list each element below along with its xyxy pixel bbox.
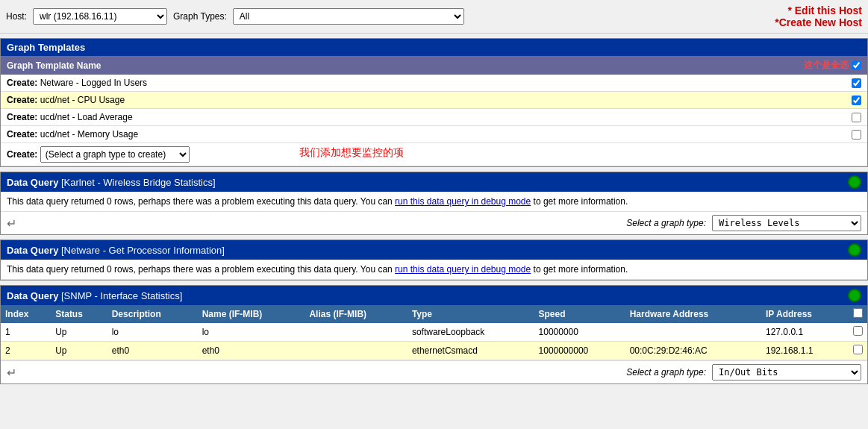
gt-row-4-checkbox[interactable] [852, 130, 861, 140]
gt-row-2: Create: ucd/net - CPU Usage [1, 92, 867, 109]
gt-row-2-label: Create: ucd/net - CPU Usage [7, 95, 125, 105]
col-speed: Speed [534, 305, 625, 323]
chinese-note-add: 我们添加想要监控的项 [299, 146, 404, 160]
col-type: Type [408, 305, 534, 323]
snmp-row-2-hardware: 00:0C:29:D2:46:AC [625, 342, 761, 360]
gt-row-2-checkbox[interactable] [852, 95, 861, 105]
snmp-row-2-name: eth0 [198, 342, 305, 360]
graph-templates-section: Graph Templates Graph Template Name 这个是全… [0, 38, 868, 167]
gt-row-1: Create: Netware - Logged In Users [1, 75, 867, 92]
col-description: Description [107, 305, 198, 323]
host-select[interactable]: wlr (192.168.16.11) [33, 8, 167, 25]
snmp-row-1-desc: lo [107, 323, 198, 342]
edit-host-link[interactable]: * Edit this Host [787, 4, 862, 16]
host-controls: Host: wlr (192.168.16.11) Graph Types: A… [6, 8, 464, 25]
graph-types-label: Graph Types: [173, 11, 227, 22]
snmp-arrow-icon: ↵ [7, 366, 16, 380]
col-check [849, 305, 867, 323]
dq2-query-name: [Netware - Get Processor Information] [61, 245, 225, 256]
gt-row-4-prefix: Create: [7, 129, 37, 140]
gt-row-3-label: Create: ucd/net - Load Average [7, 112, 133, 122]
snmp-table: Index Status Description Name (IF-MIB) A… [1, 305, 867, 360]
gt-row-3-checkbox[interactable] [852, 113, 861, 122]
gt-row-1-checkbox[interactable] [852, 78, 861, 88]
snmp-row-1-ip: 127.0.0.1 [761, 323, 849, 342]
snmp-row-2: 2 Up eth0 eth0 ethernetCsmacd 1000000000… [1, 342, 867, 360]
dq1-graph-type-select[interactable]: Wireless Levels Tireless Levels [712, 215, 861, 231]
dq3-title-text: Data Query [7, 290, 58, 301]
gt-create-prefix: Create: [7, 149, 37, 160]
graph-type-select[interactable]: All [233, 8, 464, 25]
dq3-title: Data Query [SNMP - Interface Statistics] [7, 290, 182, 301]
dq2-message-suffix: to get more information. [534, 264, 628, 275]
dq1-message-text: This data query returned 0 rows, perhaps… [7, 196, 393, 207]
gt-create-select[interactable]: (Select a graph type to create) [40, 146, 190, 163]
snmp-row-2-speed: 1000000000 [534, 342, 625, 360]
dq3-status-circle [848, 289, 861, 302]
dq1-title: Data Query [Karlnet - Wireless Bridge St… [7, 177, 216, 188]
snmp-row-1-status: Up [51, 323, 107, 342]
gt-row-3-name: ucd/net - Load Average [40, 112, 133, 122]
gt-row-1-label: Create: Netware - Logged In Users [7, 78, 147, 88]
dq1-title-text: Data Query [7, 177, 58, 188]
data-query-3-section: Data Query [SNMP - Interface Statistics]… [0, 285, 868, 384]
dq2-title: Data Query [Netware - Get Processor Info… [7, 245, 225, 256]
dq1-query-name: [Karlnet - Wireless Bridge Statistics] [61, 177, 216, 188]
snmp-row-1-check [849, 323, 867, 342]
snmp-select-all[interactable] [853, 308, 863, 318]
snmp-row-2-alias [305, 342, 408, 360]
dq1-footer: ↵ Select a graph type: Wireless Levels T… [1, 212, 867, 234]
snmp-row-1-checkbox[interactable] [853, 326, 863, 336]
dq2-status-circle [848, 243, 861, 257]
dq1-header: Data Query [Karlnet - Wireless Bridge St… [1, 172, 867, 192]
dq2-message-text: This data query returned 0 rows, perhaps… [7, 264, 393, 275]
host-label: Host: [6, 11, 27, 22]
snmp-table-header-row: Index Status Description Name (IF-MIB) A… [1, 305, 867, 323]
snmp-row-2-checkbox[interactable] [853, 345, 863, 354]
snmp-row-2-desc: eth0 [107, 342, 198, 360]
select-all-area: 这个是全选 [804, 59, 861, 72]
gt-row-4-label: Create: ucd/net - Memory Usage [7, 129, 138, 140]
snmp-row-1-hardware [625, 323, 761, 342]
col-status: Status [51, 305, 107, 323]
gt-row-1-name: Netware - Logged In Users [40, 78, 147, 88]
snmp-row-1-index: 1 [1, 323, 51, 342]
col-alias: Alias (IF-MIB) [305, 305, 408, 323]
gt-row-4-name: ucd/net - Memory Usage [40, 129, 138, 140]
dq3-header: Data Query [SNMP - Interface Statistics] [1, 286, 867, 305]
select-all-checkbox[interactable] [852, 60, 861, 70]
dq2-title-text: Data Query [7, 245, 58, 256]
snmp-row-2-index: 2 [1, 342, 51, 360]
dq1-debug-link[interactable]: run this data query in debug mode [395, 196, 531, 207]
select-all-note: 这个是全选 [804, 59, 849, 72]
dq1-arrow-icon: ↵ [7, 216, 16, 231]
graph-templates-col-header: Graph Template Name 这个是全选 [1, 56, 867, 75]
dq1-message: This data query returned 0 rows, perhaps… [1, 192, 867, 212]
col-hardware: Hardware Address [625, 305, 761, 323]
gt-row-2-prefix: Create: [7, 95, 37, 105]
gt-create-label: Create: (Select a graph type to create) [7, 146, 190, 163]
snmp-row-1-alias [305, 323, 408, 342]
create-host-link[interactable]: *Create New Host [775, 16, 862, 28]
col-index: Index [1, 305, 51, 323]
dq1-status-circle [848, 175, 861, 189]
dq2-debug-link[interactable]: run this data query in debug mode [395, 264, 531, 275]
data-query-2-section: Data Query [Netware - Get Processor Info… [0, 239, 868, 281]
snmp-row-1-speed: 10000000 [534, 323, 625, 342]
dq2-message: This data query returned 0 rows, perhaps… [1, 260, 867, 280]
dq3-query-name: [SNMP - Interface Statistics] [61, 290, 182, 301]
gt-row-4: Create: ucd/net - Memory Usage [1, 126, 867, 143]
dq1-select-label: Select a graph type: [626, 218, 706, 228]
snmp-row-2-type: ethernetCsmacd [408, 342, 534, 360]
snmp-graph-type-select[interactable]: In/Out Bits In/Out Bytes In/Out Errors [712, 364, 861, 381]
snmp-row-2-status: Up [51, 342, 107, 360]
col-ip: IP Address [761, 305, 849, 323]
snmp-row-2-check [849, 342, 867, 360]
top-right-links: * Edit this Host *Create New Host [775, 4, 862, 28]
gt-row-3-prefix: Create: [7, 112, 37, 122]
gt-row-3: Create: ucd/net - Load Average [1, 109, 867, 126]
data-query-1-section: Data Query [Karlnet - Wireless Bridge St… [0, 172, 868, 235]
snmp-row-2-ip: 192.168.1.1 [761, 342, 849, 360]
snmp-row-1-type: softwareLoopback [408, 323, 534, 342]
snmp-row-1: 1 Up lo lo softwareLoopback 10000000 127… [1, 323, 867, 342]
